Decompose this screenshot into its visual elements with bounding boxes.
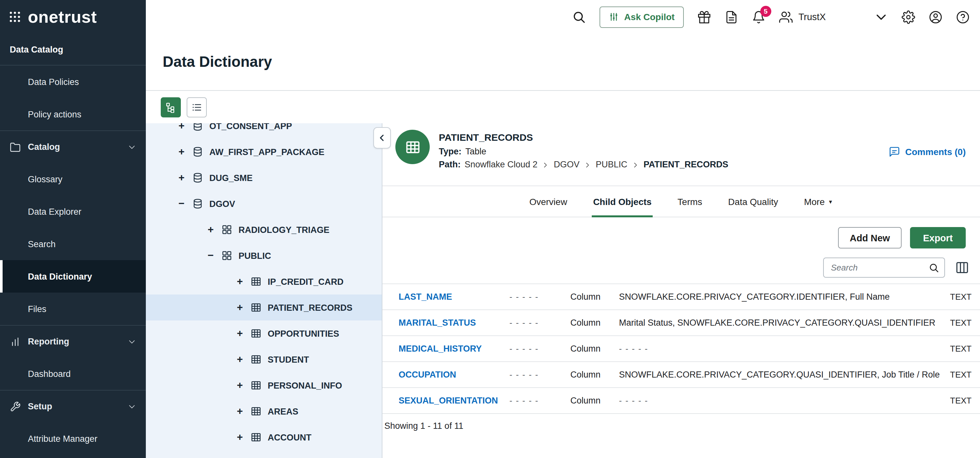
tree-item-account[interactable]: +ACCOUNT: [146, 424, 382, 450]
breadcrumb-item[interactable]: PUBLIC: [596, 158, 627, 171]
app-launcher[interactable]: onetrust: [0, 0, 146, 34]
column-settings-icon[interactable]: [955, 260, 970, 275]
sidebar-item-attribute-manager[interactable]: Attribute Manager: [0, 422, 146, 455]
comment-icon: [888, 146, 900, 158]
org-switcher[interactable]: TrustX: [779, 10, 826, 24]
expand-icon[interactable]: +: [177, 172, 186, 184]
tree-item-label: ACCOUNT: [268, 432, 312, 442]
search-icon[interactable]: [572, 10, 586, 24]
copilot-sliders-icon: [609, 12, 619, 22]
collapse-icon[interactable]: −: [206, 250, 215, 262]
cell-tags: - - - - -: [509, 396, 570, 405]
column-name-link[interactable]: OCCUPATION: [382, 370, 509, 380]
sidebar-item-search[interactable]: Search: [0, 228, 146, 260]
tree-item-areas[interactable]: +AREAS: [146, 398, 382, 424]
app-grid-icon[interactable]: [8, 10, 21, 23]
sidebar-item-data-policies[interactable]: Data Policies: [0, 65, 146, 98]
expand-icon[interactable]: +: [235, 431, 244, 443]
tab-data-quality[interactable]: Data Quality: [727, 186, 780, 217]
breadcrumb-item: PATIENT_RECORDS: [644, 158, 729, 171]
tab-more[interactable]: More▼: [803, 186, 835, 217]
sidebar-item-label: Setup: [28, 402, 52, 411]
list-view-button[interactable]: [187, 97, 207, 117]
tree-item-patient-records[interactable]: +PATIENT_RECORDS: [146, 295, 382, 321]
tree-item-opportunities[interactable]: +OPPORTUNITIES: [146, 321, 382, 346]
search-input[interactable]: [831, 263, 929, 273]
tree-list: +OT_CONSENT_APP+AW_FIRST_APP_PACKAGE+DUG…: [146, 123, 382, 450]
sidebar-item-files[interactable]: Files: [0, 292, 146, 325]
bell-icon[interactable]: 5: [752, 10, 765, 24]
table-icon: [250, 431, 262, 443]
tree-item-label: IP_CREDIT_CARD: [268, 277, 344, 286]
sidebar-item-policy-actions[interactable]: Policy actions: [0, 98, 146, 130]
tree-item-dgov[interactable]: −DGOV: [146, 191, 382, 217]
sidebar-item-glossary[interactable]: Glossary: [0, 163, 146, 195]
export-button[interactable]: Export: [910, 227, 966, 249]
breadcrumb-items: Snowflake Cloud 2DGOVPUBLICPATIENT_RECOR…: [465, 158, 729, 171]
sidebar-item-data-explorer[interactable]: Data Explorer: [0, 195, 146, 228]
tab-terms[interactable]: Terms: [676, 186, 703, 217]
column-name-link[interactable]: SEXUAL_ORIENTATION: [382, 396, 509, 405]
chevron-left-icon: [377, 133, 387, 143]
sidebar-item-catalog[interactable]: Catalog: [0, 130, 146, 163]
gear-icon[interactable]: [902, 10, 915, 24]
expand-icon[interactable]: +: [235, 302, 244, 313]
tree-item-ip-credit-card[interactable]: +IP_CREDIT_CARD: [146, 268, 382, 295]
chevron-right-icon: [632, 161, 639, 168]
sidebar-item-dashboard[interactable]: Dashboard: [0, 357, 146, 390]
column-name-link[interactable]: LAST_NAME: [382, 292, 509, 302]
table-search-row: [382, 256, 980, 284]
column-name-link[interactable]: MARITAL_STATUS: [382, 318, 509, 328]
table-icon: [250, 405, 262, 417]
tree-item-personal-info[interactable]: +PERSONAL_INFO: [146, 372, 382, 398]
add-new-button[interactable]: Add New: [838, 227, 902, 249]
collapse-icon[interactable]: −: [177, 198, 186, 209]
column-name-link[interactable]: MEDICAL_HISTORY: [382, 344, 509, 354]
sidebar-item-reporting[interactable]: Reporting: [0, 325, 146, 357]
collapse-panel-button[interactable]: [373, 127, 391, 148]
tab-overview[interactable]: Overview: [528, 186, 568, 217]
tree-view-button[interactable]: [161, 97, 181, 117]
gift-icon[interactable]: [697, 10, 711, 24]
tab-label: More: [804, 196, 825, 207]
help-icon[interactable]: [956, 10, 970, 24]
tree-item-radiology-triage[interactable]: +RADIOLOGY_TRIAGE: [146, 217, 382, 243]
expand-icon[interactable]: +: [235, 328, 244, 339]
search-icon[interactable]: [929, 262, 939, 273]
account-icon[interactable]: [929, 10, 942, 24]
cell-tags: - - - - -: [509, 292, 570, 302]
copilot-label: Ask Copilot: [624, 12, 675, 22]
comments-label: Comments (0): [905, 147, 966, 157]
tab-child-objects[interactable]: Child Objects: [592, 186, 653, 217]
table-icon: [250, 276, 262, 287]
tree-item-ot-consent-app[interactable]: +OT_CONSENT_APP: [146, 123, 382, 139]
cell-data-type: TEXT: [940, 396, 980, 405]
sidebar-item-label: Reporting: [28, 337, 69, 346]
ask-copilot-button[interactable]: Ask Copilot: [600, 6, 684, 27]
expand-icon[interactable]: +: [177, 123, 186, 132]
expand-icon[interactable]: +: [235, 380, 244, 391]
comments-link[interactable]: Comments (0): [888, 146, 966, 158]
sidebar-item-setup[interactable]: Setup: [0, 390, 146, 422]
sidebar-item-data-dictionary[interactable]: Data Dictionary: [0, 260, 146, 292]
tree-item-aw-first-app-package[interactable]: +AW_FIRST_APP_PACKAGE: [146, 139, 382, 165]
sidebar-item-label: Catalog: [28, 142, 60, 152]
expand-icon[interactable]: +: [235, 405, 244, 417]
chevron-down-icon[interactable]: [874, 10, 888, 24]
sidebar-item-label: Data Explorer: [28, 207, 81, 216]
tree-item-public[interactable]: −PUBLIC: [146, 243, 382, 268]
breadcrumb-item[interactable]: Snowflake Cloud 2: [465, 158, 538, 171]
document-icon[interactable]: [725, 10, 738, 24]
expand-icon[interactable]: +: [177, 146, 186, 158]
tree-item-label: PATIENT_RECORDS: [268, 303, 353, 312]
type-value: Table: [465, 145, 487, 158]
users-icon: [779, 10, 793, 24]
tree-item-student[interactable]: +STUDENT: [146, 346, 382, 372]
breadcrumb-item[interactable]: DGOV: [554, 158, 580, 171]
expand-icon[interactable]: +: [235, 276, 244, 287]
sidebar-item-label: Files: [28, 304, 46, 314]
tree-item-dug-sme[interactable]: +DUG_SME: [146, 165, 382, 191]
expand-icon[interactable]: +: [235, 354, 244, 365]
expand-icon[interactable]: +: [206, 224, 215, 236]
page-title: Data Dictionary: [163, 53, 272, 71]
